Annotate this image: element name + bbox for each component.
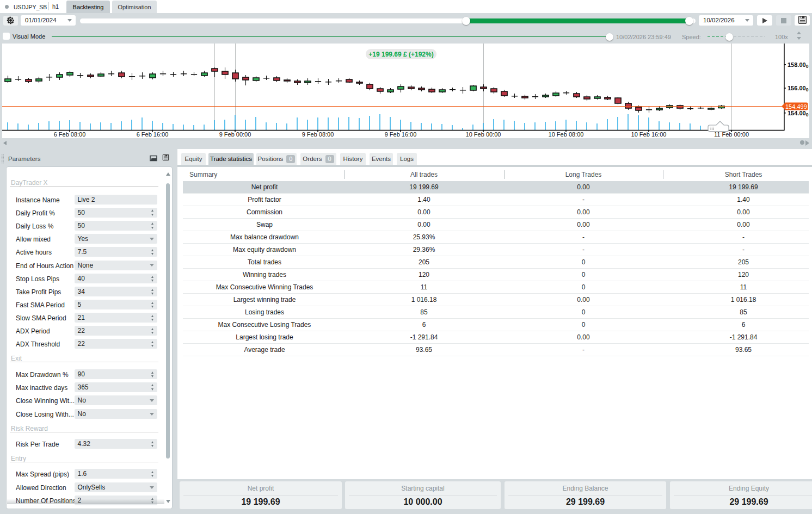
svg-text:6 Feb 16:00: 6 Feb 16:00 (137, 131, 169, 138)
svg-text:156.000: 156.000 (788, 85, 809, 92)
svg-text:9 Feb 00:00: 9 Feb 00:00 (219, 131, 251, 138)
svg-text:10 Feb 08:00: 10 Feb 08:00 (549, 131, 584, 138)
svg-text:154.000: 154.000 (788, 110, 809, 117)
svg-text:11 Feb 00:00: 11 Feb 00:00 (714, 131, 749, 138)
svg-text:9 Feb 16:00: 9 Feb 16:00 (385, 131, 417, 138)
svg-text:10 Feb 16:00: 10 Feb 16:00 (631, 131, 667, 138)
svg-text:10 Feb 00:00: 10 Feb 00:00 (466, 131, 501, 138)
svg-text:+19 199.69 £ (+192%): +19 199.69 £ (+192%) (368, 51, 433, 58)
svg-text:158.000: 158.000 (788, 61, 809, 69)
svg-text:9 Feb 08:00: 9 Feb 08:00 (302, 131, 334, 138)
svg-text:154.499: 154.499 (785, 103, 807, 110)
svg-text:6 Feb 08:00: 6 Feb 08:00 (54, 131, 86, 138)
